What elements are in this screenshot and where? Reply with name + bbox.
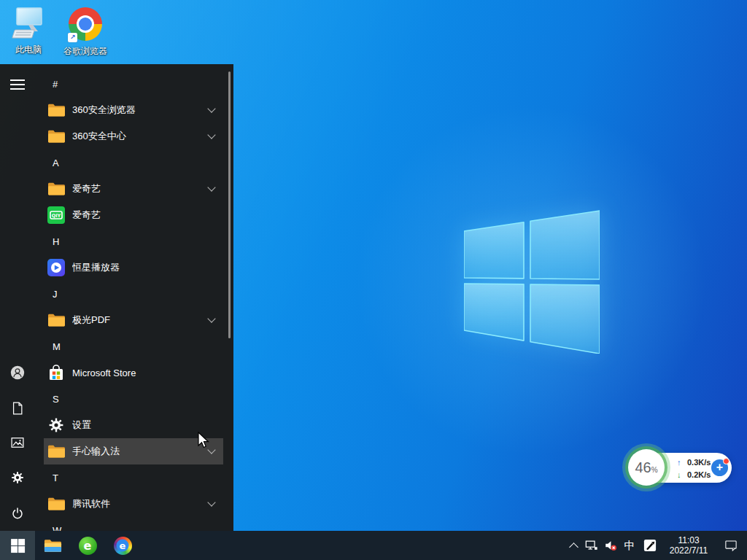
taskbar-360-safe-browser-button[interactable]: e [70, 531, 105, 560]
app-list-section-header[interactable]: J [44, 281, 223, 307]
start-menu-folder-row[interactable]: 爱奇艺 [44, 176, 223, 202]
chevron-down-icon[interactable] [207, 131, 215, 139]
chevron-down-icon[interactable] [207, 104, 215, 112]
app-list-section-header[interactable]: # [44, 71, 223, 97]
rail-pictures-button[interactable] [6, 431, 29, 454]
plus-icon: + [716, 461, 723, 473]
app-label: 爱奇艺 [72, 182, 209, 195]
app-label: 极光PDF [72, 314, 209, 327]
iqiyi-icon: QIY [47, 206, 66, 225]
app-label: Microsoft Store [72, 368, 217, 378]
volume-muted-icon [604, 539, 617, 552]
start-menu-folder-row[interactable]: 360安全浏览器 [44, 97, 223, 123]
app-list-section-header[interactable]: M [44, 333, 223, 359]
memory-percent: 46 [635, 459, 651, 475]
this-pc-icon [11, 6, 46, 42]
network-icon [585, 539, 598, 552]
browser-360-safe-icon: e [79, 537, 97, 555]
app-list-section-header[interactable]: H [44, 228, 223, 254]
tray-ime-mode-button[interactable] [639, 531, 661, 560]
start-menu-folder-row[interactable]: 腾讯软件 [44, 491, 223, 517]
power-icon [10, 506, 25, 521]
account-icon [10, 365, 25, 380]
rail-power-button[interactable] [6, 502, 29, 525]
start-menu-rail [0, 64, 35, 531]
pictures-icon [10, 435, 25, 450]
download-speed: 0.2K/s [687, 470, 711, 479]
desktop-icon-this-pc[interactable]: 此电脑 [0, 6, 57, 56]
shortcut-arrow-icon: ↗ [68, 33, 77, 42]
chevron-down-icon[interactable] [207, 314, 215, 322]
start-menu-folder-row[interactable]: 360安全中心 [44, 123, 223, 149]
app-label: 360安全中心 [72, 130, 209, 143]
action-center-icon [724, 539, 738, 552]
start-menu-folder-row[interactable]: 极光PDF [44, 307, 223, 333]
start-menu-app-row[interactable]: QIY爱奇艺 [44, 202, 223, 228]
app-list-section-header[interactable]: A [44, 149, 223, 176]
folder-icon [47, 311, 66, 330]
browser-360-chrome-icon: e [114, 537, 132, 555]
rail-hamburger-menu-button[interactable] [6, 73, 29, 96]
memory-usage-ball[interactable]: 46% [622, 443, 670, 491]
ms-store-icon [47, 363, 66, 382]
start-menu-app-list: # 360安全浏览器 360安全中心A 爱奇艺 QIY爱奇艺H 恒星播放器J 极… [44, 71, 223, 543]
chevron-up-icon [569, 542, 578, 552]
tray-volume-button[interactable] [601, 531, 620, 560]
tray-clock[interactable]: 11:03 2022/7/11 [661, 535, 716, 556]
rail-account-button[interactable] [6, 361, 29, 384]
start-button[interactable] [0, 531, 35, 560]
tray-show-hidden-icons-button[interactable] [565, 531, 582, 560]
clock-date: 2022/7/11 [661, 545, 716, 556]
taskbar-360-chrome-browser-button[interactable]: e [105, 531, 140, 560]
app-list-section-header[interactable]: T [44, 464, 223, 491]
chrome-icon: ↗ [68, 7, 103, 44]
taskbar-file-explorer-button[interactable] [35, 531, 70, 560]
app-label: 设置 [72, 419, 217, 432]
start-menu-app-row[interactable]: 设置 [44, 412, 223, 438]
rail-documents-button[interactable] [6, 397, 29, 420]
star-player-icon [47, 258, 66, 277]
taskbar: e e 中 1 [0, 531, 747, 560]
settings-icon [10, 470, 25, 485]
folder-icon [47, 494, 66, 513]
start-menu-app-row[interactable]: Microsoft Store [44, 359, 223, 386]
folder-icon [47, 101, 66, 120]
percent-unit: % [651, 466, 658, 474]
speed-ball-widget: ↑ 0.3K/s ↓ 0.2K/s + 46% [622, 443, 733, 491]
ime-icon [643, 539, 657, 552]
app-list-section-header[interactable]: S [44, 386, 223, 412]
desktop-icon-chrome[interactable]: ↗ 谷歌浏览器 [57, 6, 114, 58]
file-explorer-icon [44, 537, 62, 555]
folder-icon [47, 179, 66, 198]
system-tray: 中 11:03 2022/7/11 [565, 531, 747, 560]
app-label: 360安全浏览器 [72, 104, 209, 117]
folder-icon [47, 442, 66, 461]
desktop-icon-label: 谷歌浏览器 [57, 45, 114, 58]
clock-time: 11:03 [661, 535, 716, 545]
start-menu-app-row[interactable]: 恒星播放器 [44, 254, 223, 281]
app-label: 爱奇艺 [72, 209, 217, 222]
tray-network-button[interactable] [582, 531, 601, 560]
start-menu: # 360安全浏览器 360安全中心A 爱奇艺 QIY爱奇艺H 恒星播放器J 极… [0, 64, 233, 531]
app-label: 恒星播放器 [72, 261, 217, 274]
windows-start-icon [9, 537, 27, 555]
windows-logo [464, 209, 600, 354]
widget-add-button[interactable]: + [711, 459, 728, 476]
rail-settings-button[interactable] [6, 466, 29, 489]
upload-arrow-icon: ↑ [677, 458, 687, 467]
chevron-down-icon[interactable] [207, 446, 215, 454]
hamburger-menu-icon [10, 77, 25, 92]
download-arrow-icon: ↓ [677, 470, 687, 479]
settings-gear-icon [47, 416, 66, 435]
tray-ime-language-button[interactable]: 中 [620, 531, 639, 560]
documents-icon [10, 401, 25, 416]
start-menu-folder-row[interactable]: 手心输入法 [44, 438, 223, 464]
scrollbar-thumb[interactable] [228, 71, 231, 338]
chevron-down-icon[interactable] [207, 183, 215, 191]
chevron-down-icon[interactable] [207, 498, 215, 506]
svg-text:QIY: QIY [52, 213, 61, 219]
desktop-icon-label: 此电脑 [0, 44, 57, 56]
tray-action-center-button[interactable] [716, 531, 746, 560]
notification-dot [723, 458, 729, 464]
app-label: 腾讯软件 [72, 497, 209, 510]
